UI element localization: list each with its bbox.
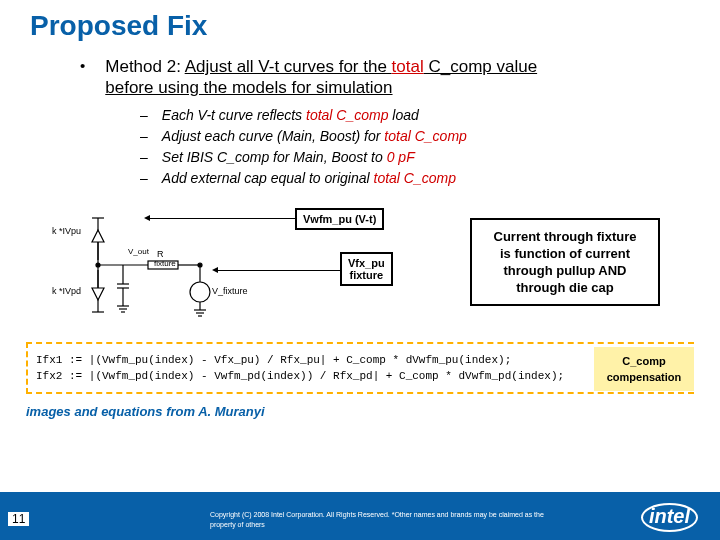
sub-text: Adjust each curve (Main, Boost) for tota… — [162, 127, 467, 146]
label-vout: V_out — [128, 247, 149, 256]
info-l2: is function of current — [482, 245, 648, 262]
main-bullet-text: Method 2: Adjust all V-t curves for the … — [105, 56, 585, 98]
ccomp-l2: compensation — [607, 371, 682, 383]
ccomp-l1: C_comp — [622, 355, 665, 367]
sub-pre: Add external cap equal to original — [162, 170, 374, 186]
info-box: Current through fixture is function of c… — [470, 218, 660, 306]
vfx-l1: Vfx_pu — [348, 257, 385, 269]
label-vfixture: V_fixture — [212, 286, 248, 296]
image-credit: images and equations from A. Muranyi — [26, 404, 720, 419]
list-item: – Add external cap equal to original tot… — [140, 169, 720, 188]
label-ipu: k *IVpu — [52, 226, 81, 236]
mb-total: total — [392, 57, 424, 76]
list-item: – Adjust each curve (Main, Boost) for to… — [140, 127, 720, 146]
ccomp-highlight: C_comp compensation — [594, 347, 694, 391]
list-item: – Set IBIS C_comp for Main, Boost to 0 p… — [140, 148, 720, 167]
svg-marker-5 — [92, 288, 104, 300]
sub-text: Add external cap equal to original total… — [162, 169, 456, 188]
label-ipd: k *IVpd — [52, 286, 81, 296]
sub-pre: Adjust each curve (Main, Boost) for — [162, 128, 385, 144]
sub-marker: – — [140, 169, 148, 188]
sub-marker: – — [140, 106, 148, 125]
sub-text: Each V-t curve reflects total C_comp loa… — [162, 106, 419, 125]
vfx-l2: fixture — [348, 269, 385, 281]
intel-logo: intel — [641, 503, 698, 532]
arrow-icon — [150, 218, 295, 219]
diagram-area: k *IVpu k *IVpd R V_out V_fixture fixtur… — [50, 204, 720, 334]
vfx-box: Vfx_pu fixture — [340, 252, 393, 286]
svg-point-13 — [190, 282, 210, 302]
info-l1: Current through fixture — [482, 228, 648, 245]
eq-line-1: Ifx1 := |(Vwfm_pu(index) - Vfx_pu) / Rfx… — [36, 352, 564, 368]
eq-line-2: Ifx2 := |(Vwfm_pd(index) - Vwfm_pd(index… — [36, 368, 564, 384]
logo-text: intel — [641, 503, 698, 532]
copyright-text: Copyright (C) 2008 Intel Corporation. Al… — [210, 510, 550, 530]
vwfm-box: Vwfm_pu (V-t) — [295, 208, 384, 230]
bullet-marker: • — [80, 56, 85, 76]
sub-red: 0 pF — [387, 149, 415, 165]
footer-bar: Copyright (C) 2008 Intel Corporation. Al… — [0, 492, 720, 540]
label-r: R — [157, 249, 164, 259]
sub-post: load — [388, 107, 418, 123]
sub-pre: Each V-t curve reflects — [162, 107, 306, 123]
list-item: – Each V-t curve reflects total C_comp l… — [140, 106, 720, 125]
slide-title: Proposed Fix — [0, 0, 720, 42]
info-l4: through die cap — [482, 279, 648, 296]
mb-ul: Adjust all V-t curves for the — [185, 57, 392, 76]
equations-area: Ifx1 := |(Vwfm_pu(index) - Vfx_pu) / Rfx… — [26, 342, 694, 394]
equations-text: Ifx1 := |(Vwfm_pu(index) - Vfx_pu) / Rfx… — [28, 352, 564, 384]
page-number: 11 — [8, 512, 29, 526]
info-l3: through pullup AND — [482, 262, 648, 279]
sub-marker: – — [140, 127, 148, 146]
label-fixture: fixture — [154, 259, 176, 268]
sub-red: total C_comp — [306, 107, 388, 123]
sub-bullet-list: – Each V-t curve reflects total C_comp l… — [140, 106, 720, 188]
sub-red: total C_comp — [384, 128, 466, 144]
sub-pre: Set IBIS C_comp for Main, Boost to — [162, 149, 387, 165]
svg-marker-3 — [92, 230, 104, 242]
sub-marker: – — [140, 148, 148, 167]
main-bullet: • Method 2: Adjust all V-t curves for th… — [80, 56, 720, 98]
arrow-icon — [218, 270, 340, 271]
sub-red: total C_comp — [374, 170, 456, 186]
sub-text: Set IBIS C_comp for Main, Boost to 0 pF — [162, 148, 415, 167]
mb-pre: Method 2: — [105, 57, 184, 76]
